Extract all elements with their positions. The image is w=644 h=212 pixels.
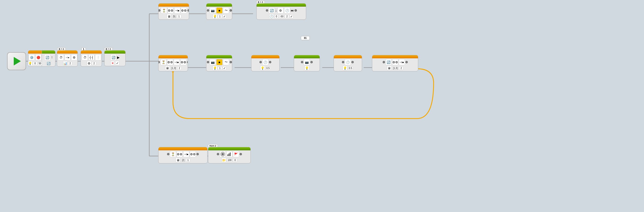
v1-m2: 1: [218, 66, 222, 70]
conn-m4r: [310, 61, 313, 63]
bars-icon: [226, 151, 232, 157]
bulb-m2: 💡: [212, 66, 217, 70]
graph-icon: 📊: [63, 61, 68, 66]
gears2-b1: ⚙⚙: [190, 151, 196, 157]
sq-m2: ■: [216, 59, 222, 65]
block-motor-bc-3: 🔄 ▶ ✕ ✓: [104, 50, 126, 66]
conn-m1r: [187, 61, 188, 63]
screen-m6: 🖥: [387, 66, 392, 70]
block-timer-1: ⏱ ⊣● ⚙ 📊 2: [57, 50, 78, 67]
bval-b1: [2]: [181, 158, 185, 162]
bot-block-1: ⏳ ⚙⚙ ⊣● ⚙⚙ 🖥 [2] 1: [158, 147, 208, 163]
connections-svg: [0, 0, 644, 212]
conn-b1r: [196, 153, 199, 155]
screen-icon: 🖥: [166, 14, 171, 19]
bulb-m3: 💡: [260, 66, 265, 70]
block-motor-bc-1: ⚙️ 🔴 💡 0 50 🔄 ↑: [28, 50, 56, 67]
conn-b2r: [240, 153, 242, 155]
counter-icon: ⊣●: [64, 54, 70, 61]
v0: 0: [274, 15, 279, 18]
bar-icon: ┤┤: [88, 54, 94, 61]
conn-m2r: [230, 61, 232, 63]
bar-b1: ⊣●: [183, 151, 189, 157]
top-block-3: 🔄 ↓ ⚙ 🕐 ⏭ 🕐 0 -50 2 ✓: [256, 3, 306, 20]
exclaim-icon: ❕: [95, 54, 101, 61]
bulb-m4: 💡: [304, 66, 309, 70]
v1: 1: [218, 15, 222, 18]
gears-m6: ⚙⚙: [392, 59, 398, 65]
clock-m3: 🕐: [262, 59, 268, 65]
square-icon: ■: [216, 7, 222, 14]
check-icon: ✓: [115, 61, 120, 65]
mid-block-1: ⏳ ⚙⚙ ⊣● ⚙⚙ 🖥 [1;3] 2: [158, 55, 188, 71]
blocks-icon: ⚙: [71, 54, 77, 61]
wave-m2: 〜: [223, 59, 229, 65]
steer3-icon: 🔄: [269, 7, 275, 14]
barh-icon: ⊣●: [174, 7, 180, 14]
v05-m3: 0.5: [265, 66, 270, 70]
mid-block-3: 🕐 💡 0.5: [251, 55, 280, 71]
skip-icon: ⏭: [291, 9, 294, 12]
clock-foot: 🕐: [269, 14, 274, 19]
bar-m1: ⊣●: [174, 59, 180, 65]
num-m1: 2: [177, 66, 182, 70]
wave-icon: 〜: [223, 7, 229, 14]
mid-block-4: 📷 💡: [294, 55, 320, 71]
conn-r3: [294, 9, 297, 12]
gear2-icon: ⚙: [87, 61, 92, 66]
rotate-icon: 🔃: [46, 61, 51, 66]
cam-m2: 📷: [210, 59, 216, 65]
svg-rect-22: [230, 152, 230, 156]
gears2-m1: ⚙⚙: [180, 59, 186, 65]
bulb-m5: 💡: [342, 66, 347, 70]
bval-m1: [1;3]: [170, 66, 177, 70]
num-b1: 1: [186, 158, 190, 162]
sensor-icon: ⚙️: [29, 54, 35, 61]
bracket-val: [5]: [172, 15, 176, 18]
svg-rect-20: [228, 154, 228, 156]
num-val: 1: [177, 15, 181, 18]
conn-m6r: [406, 61, 408, 63]
conn-m3l: [260, 61, 262, 63]
speed-value: 50: [38, 62, 42, 65]
canvas: ⚙️ 🔴 💡 0 50 🔄 ↑: [0, 0, 644, 212]
check2-icon: ✓: [222, 15, 226, 18]
folder-icon: 📁: [222, 158, 226, 162]
conn-left: [158, 9, 160, 12]
cam-m4: 📷: [304, 59, 310, 65]
conn-m3r: [269, 61, 271, 63]
steering-icon: 🔄: [44, 54, 50, 61]
bulb-icon: 💡: [212, 14, 217, 19]
check3-icon: ✓: [290, 15, 293, 18]
arrow-up-icon: ↑: [51, 55, 53, 60]
conn-l3: [266, 9, 268, 12]
conn-b1l: [167, 153, 170, 155]
conn-b2l: [217, 153, 219, 155]
x-icon: ✕: [110, 61, 115, 65]
gears-m1: ⚙⚙: [167, 59, 173, 65]
mid-block-2: 📷 ■ 〜 💡 1 ✓: [206, 55, 232, 71]
play2-icon: ▶: [117, 56, 120, 59]
speed2-val: 2: [92, 62, 96, 65]
play-block[interactable]: [7, 52, 26, 70]
mid-block-6: 🔄 ⚙⚙ ⊣● 🖥 [1;3] 2: [372, 55, 418, 71]
mid-block-5: 🕐 💡 0.5: [334, 55, 362, 71]
hourglass-icon: ⏳: [161, 7, 167, 14]
gears2-icon: ⚙⚙: [181, 7, 187, 14]
bval-m6: [1;3]: [392, 66, 398, 70]
conn-m5r: [352, 61, 354, 63]
timer2-icon: ⏱: [82, 54, 88, 61]
play-icon: [14, 57, 21, 65]
bot-block-horn2: 🚩 📁 100 0: [208, 147, 251, 163]
gear-icon: 🔴: [35, 54, 42, 61]
conn-m4l: [301, 61, 303, 63]
down-icon: ↓: [275, 9, 277, 12]
v05-m5: 0.5: [348, 66, 353, 70]
top-block-1: ⏳ ⚙⚙ ⊣● ⚙⚙ 🖥 [5] 1: [158, 3, 189, 20]
conn-m6l: [383, 61, 385, 63]
gears-icon: ⚙⚙: [168, 7, 174, 14]
clock-m5: 🕐: [345, 59, 351, 65]
check-m2: ✓: [222, 66, 226, 70]
timer-val: 2: [68, 62, 72, 65]
svg-rect-21: [229, 153, 229, 156]
